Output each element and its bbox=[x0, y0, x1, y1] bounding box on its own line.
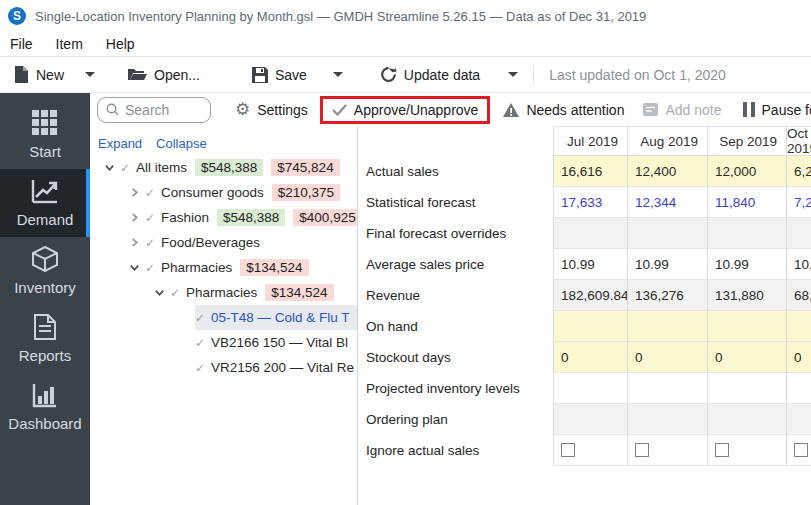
table-cell[interactable]: 131,880 bbox=[708, 280, 787, 311]
chevron-down-icon[interactable] bbox=[104, 162, 115, 173]
chevron-right-icon[interactable] bbox=[129, 237, 140, 248]
approve-highlight-box: Approve/Unapprove bbox=[320, 96, 491, 124]
tree-node[interactable]: ✓Fashion$548,388$400,925 bbox=[90, 205, 357, 230]
tree-node-label: Pharmacies bbox=[161, 260, 232, 275]
table-cell[interactable] bbox=[553, 404, 628, 435]
status-badge-green: $548,388 bbox=[217, 209, 285, 226]
table-cell[interactable] bbox=[708, 404, 787, 435]
table-cell[interactable]: 17,633 bbox=[553, 187, 628, 218]
tree-node[interactable]: ✓Consumer goods$210,375 bbox=[90, 180, 357, 205]
row-label: Final forecast overrides bbox=[358, 218, 553, 249]
table-cell[interactable] bbox=[553, 373, 628, 404]
table-cell[interactable] bbox=[628, 218, 708, 249]
table-cell[interactable]: 0 bbox=[553, 342, 628, 373]
table-cell[interactable] bbox=[787, 218, 811, 249]
table-cell[interactable] bbox=[708, 311, 787, 342]
update-data-button[interactable]: Update data bbox=[380, 66, 480, 83]
sidebar-item-start[interactable]: Start bbox=[0, 101, 90, 169]
table-cell[interactable]: 182,609.84 bbox=[553, 280, 628, 311]
table-cell[interactable]: 0 bbox=[787, 342, 811, 373]
expand-all-link[interactable]: Expand bbox=[98, 136, 142, 151]
checkbox[interactable] bbox=[715, 443, 729, 457]
forecast-table: Jul 2019Aug 2019Sep 2019Oct 2019Actual s… bbox=[358, 126, 811, 505]
settings-button[interactable]: ⚙ Settings bbox=[235, 101, 308, 118]
checkbox-cell[interactable] bbox=[628, 435, 708, 466]
checkbox-cell[interactable] bbox=[787, 435, 811, 466]
demand-toolbar: ⚙ Settings Approve/Unapprove Needs atten… bbox=[90, 93, 811, 126]
table-cell[interactable] bbox=[628, 373, 708, 404]
table-cell[interactable]: 10.99 bbox=[708, 249, 787, 280]
approve-unapprove-button[interactable]: Approve/Unapprove bbox=[332, 102, 479, 118]
checkbox[interactable] bbox=[561, 443, 575, 457]
add-note-button[interactable]: Add note bbox=[643, 102, 721, 118]
column-header: Sep 2019 bbox=[708, 126, 787, 156]
new-dropdown-caret[interactable] bbox=[85, 72, 95, 77]
app-logo-icon: S bbox=[8, 7, 26, 25]
tree-node[interactable]: ✓Pharmacies$134,524 bbox=[90, 255, 357, 280]
table-cell[interactable]: 7,26 bbox=[787, 187, 811, 218]
table-cell[interactable] bbox=[553, 311, 628, 342]
needs-attention-button[interactable]: Needs attention bbox=[503, 102, 624, 118]
approved-check-icon: ✓ bbox=[170, 286, 186, 300]
tree-node[interactable]: ✓VR2156 200 — Vital Re bbox=[90, 355, 357, 380]
table-cell[interactable]: 10.99 bbox=[553, 249, 628, 280]
chevron-down-icon[interactable] bbox=[129, 262, 140, 273]
table-cell[interactable] bbox=[787, 373, 811, 404]
table-cell[interactable] bbox=[708, 373, 787, 404]
menu-help[interactable]: Help bbox=[106, 36, 135, 52]
toolbar-separator bbox=[533, 65, 534, 85]
table-cell[interactable]: 68,1 bbox=[787, 280, 811, 311]
table-cell[interactable] bbox=[787, 404, 811, 435]
search-input[interactable] bbox=[125, 102, 210, 118]
table-cell[interactable]: 12,400 bbox=[628, 156, 708, 187]
update-dropdown-caret[interactable] bbox=[508, 72, 518, 77]
open-folder-icon bbox=[128, 67, 147, 82]
tree-node[interactable]: ✓Food/Beverages bbox=[90, 230, 357, 255]
sidebar-item-inventory[interactable]: Inventory bbox=[0, 237, 90, 305]
checkbox[interactable] bbox=[794, 443, 808, 457]
checkbox-cell[interactable] bbox=[553, 435, 628, 466]
table-cell[interactable]: 0 bbox=[628, 342, 708, 373]
table-cell[interactable]: 0 bbox=[708, 342, 787, 373]
tree-node[interactable]: ✓VB2166 150 — Vital Bl bbox=[90, 330, 357, 355]
checkbox[interactable] bbox=[635, 443, 649, 457]
status-badge-red: $134,524 bbox=[240, 259, 308, 276]
table-cell[interactable]: 11,840 bbox=[708, 187, 787, 218]
checkbox-cell[interactable] bbox=[708, 435, 787, 466]
collapse-all-link[interactable]: Collapse bbox=[156, 136, 207, 151]
chevron-down-icon[interactable] bbox=[154, 287, 165, 298]
table-cell[interactable]: 6,20 bbox=[787, 156, 811, 187]
table-cell[interactable]: 136,276 bbox=[628, 280, 708, 311]
chevron-right-icon[interactable] bbox=[129, 187, 140, 198]
pause-forecast-button[interactable]: Pause forecast bbox=[743, 102, 811, 118]
row-label: Revenue bbox=[358, 280, 553, 311]
tree-node-label: Pharmacies bbox=[186, 285, 257, 300]
item-tree-panel: Expand Collapse ✓All items$548,388$745,8… bbox=[90, 126, 358, 505]
search-box[interactable] bbox=[97, 97, 211, 123]
table-cell[interactable]: 16,616 bbox=[553, 156, 628, 187]
new-button[interactable]: New bbox=[14, 66, 64, 83]
tree-node[interactable]: ✓All items$548,388$745,824 bbox=[90, 155, 357, 180]
table-cell[interactable] bbox=[708, 218, 787, 249]
table-cell[interactable]: 10.9 bbox=[787, 249, 811, 280]
table-cell[interactable] bbox=[628, 311, 708, 342]
table-cell[interactable]: 12,000 bbox=[708, 156, 787, 187]
table-cell[interactable]: 12,344 bbox=[628, 187, 708, 218]
tree-node[interactable]: ✓Pharmacies$134,524 bbox=[90, 280, 357, 305]
sidebar-item-reports[interactable]: Reports bbox=[0, 305, 90, 373]
sidebar-item-dashboard[interactable]: Dashboard bbox=[0, 373, 90, 441]
chevron-right-icon[interactable] bbox=[129, 212, 140, 223]
menu-file[interactable]: File bbox=[10, 36, 33, 52]
pause-icon bbox=[743, 102, 755, 117]
tree-node[interactable]: ✓05-T48 — Cold & Flu T bbox=[90, 305, 357, 330]
table-cell[interactable] bbox=[553, 218, 628, 249]
save-button[interactable]: Save bbox=[252, 67, 307, 83]
sidebar-item-demand[interactable]: Demand bbox=[0, 169, 90, 237]
table-cell[interactable] bbox=[787, 311, 811, 342]
menu-item[interactable]: Item bbox=[56, 36, 83, 52]
checkmark-icon bbox=[332, 104, 347, 116]
open-button[interactable]: Open... bbox=[128, 67, 200, 83]
table-cell[interactable]: 10.99 bbox=[628, 249, 708, 280]
table-cell[interactable] bbox=[628, 404, 708, 435]
save-dropdown-caret[interactable] bbox=[333, 72, 343, 77]
